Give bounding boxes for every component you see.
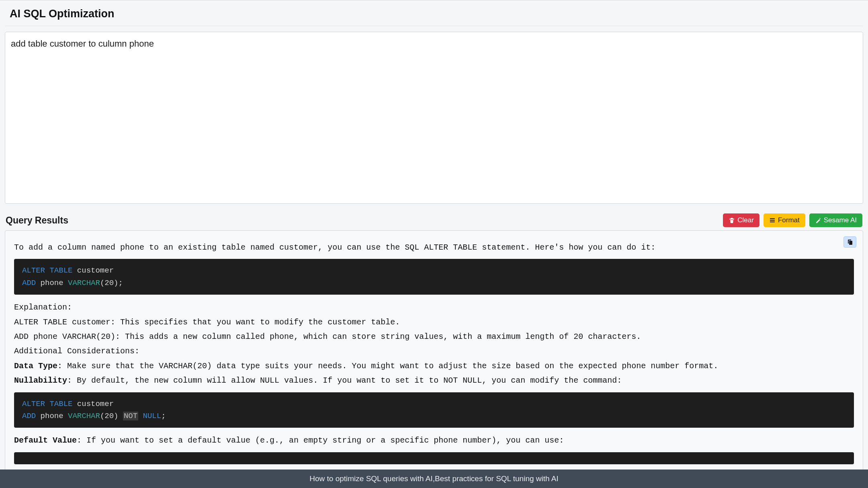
results-panel: To add a column named phone to an existi… xyxy=(5,230,863,470)
query-input[interactable]: add table customer to culumn phone xyxy=(5,32,863,204)
nullability-line: Nullability: By default, the new column … xyxy=(14,373,854,388)
magic-icon xyxy=(815,217,821,223)
footer-text: How to optimize SQL queries with AI,Best… xyxy=(309,474,559,483)
sesame-ai-button[interactable]: Sesame AI xyxy=(809,213,862,227)
results-body: To add a column named phone to an existi… xyxy=(14,240,854,464)
datatype-line: Data Type: Make sure that the VARCHAR(20… xyxy=(14,359,854,373)
ai-label: Sesame AI xyxy=(824,216,857,224)
format-button[interactable]: Format xyxy=(764,213,805,227)
footer-bar: How to optimize SQL queries with AI,Best… xyxy=(0,470,868,488)
title-separator xyxy=(5,26,863,26)
main-scroll[interactable]: AI SQL Optimization add table customer t… xyxy=(0,0,868,470)
code-block-1: ALTER TABLE customer ADD phone VARCHAR(2… xyxy=(14,259,854,295)
list-icon xyxy=(769,217,776,223)
results-title: Query Results xyxy=(6,215,68,226)
default-line: Default Value: If you want to set a defa… xyxy=(14,433,854,448)
copy-icon xyxy=(847,239,853,245)
page-title: AI SQL Optimization xyxy=(5,0,863,26)
code-block-3 xyxy=(14,452,854,464)
copy-button[interactable] xyxy=(843,236,856,248)
explain-1: ALTER TABLE customer: This specifies tha… xyxy=(14,315,854,330)
clear-label: Clear xyxy=(737,216,754,224)
intro-text: To add a column named phone to an existi… xyxy=(14,240,854,255)
explain-heading: Explanation: xyxy=(14,300,854,315)
results-toolbar: Clear Format Sesame AI xyxy=(723,213,862,227)
explain-2: ADD phone VARCHAR(20): This adds a new c… xyxy=(14,330,854,344)
results-header: Query Results Clear Format Sesame AI xyxy=(5,213,863,230)
considerations-heading: Additional Considerations: xyxy=(14,344,854,359)
trash-icon xyxy=(729,217,735,223)
format-label: Format xyxy=(778,216,800,224)
clear-button[interactable]: Clear xyxy=(723,213,760,227)
query-text: add table customer to culumn phone xyxy=(11,39,857,49)
code-block-2: ALTER TABLE customer ADD phone VARCHAR(2… xyxy=(14,392,854,428)
